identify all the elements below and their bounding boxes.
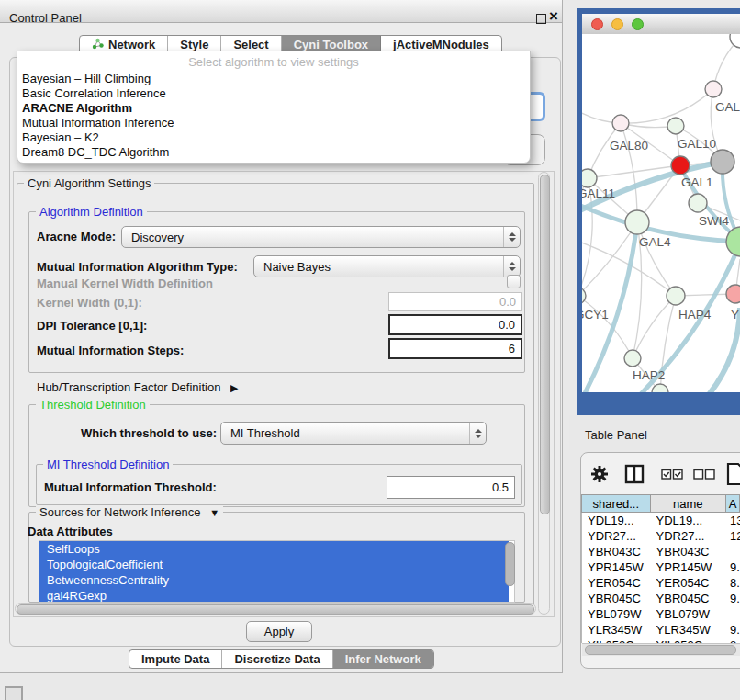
table-row[interactable]: YER054CYER054C8. — [582, 575, 740, 591]
minimized-panel-icon[interactable] — [5, 686, 23, 700]
table-row[interactable]: YLR345WYLR345W9. — [582, 622, 740, 638]
zoom-traffic-light-icon[interactable] — [632, 18, 644, 30]
node-gal10[interactable] — [667, 118, 684, 134]
table-cell[interactable]: 9. — [726, 592, 740, 605]
data-attribute-item[interactable]: TopologicalCoefficient — [39, 557, 509, 572]
algorithm-option[interactable]: Basic Correlation Inference — [17, 86, 530, 101]
node-gal11[interactable] — [582, 169, 597, 187]
table-row[interactable]: YPR145WYPR145W9. — [582, 559, 740, 575]
aracne-mode-value: Discovery — [131, 231, 184, 244]
mi-threshold-field[interactable]: 0.5 — [387, 476, 515, 499]
table-horizontal-scrollbar-thumb[interactable] — [585, 645, 736, 655]
data-attribute-item[interactable]: SelfLoops — [39, 541, 509, 557]
checked-pair-icon[interactable] — [661, 469, 683, 483]
node-corner[interactable] — [730, 34, 740, 48]
table-cell[interactable]: YBL079W — [582, 607, 651, 621]
float-window-icon[interactable] — [536, 14, 546, 24]
node-gal80[interactable] — [612, 115, 629, 131]
node-gcy1-label: GCY1 — [582, 308, 609, 322]
table-cell[interactable]: YPR145W — [651, 560, 727, 574]
collapse-down-icon[interactable]: ▼ — [209, 507, 219, 518]
tab-impute-data[interactable]: Impute Data — [129, 650, 222, 668]
node-gray[interactable] — [711, 150, 734, 174]
table-cell[interactable]: YER054C — [582, 576, 651, 590]
column-header-3[interactable]: A — [726, 495, 740, 512]
data-attribute-item[interactable]: gal4RGexp — [39, 588, 509, 603]
settings-horizontal-scrollbar-thumb[interactable] — [17, 604, 534, 615]
mi-steps-field[interactable]: 6 — [388, 338, 522, 359]
column-header-2[interactable]: name — [651, 495, 727, 512]
table-cell[interactable]: YBR045C — [651, 592, 727, 605]
tab-infer-network[interactable]: Infer Network — [333, 650, 433, 668]
network-window-titlebar[interactable] — [582, 14, 740, 35]
table-cell[interactable]: YDL19... — [651, 514, 727, 527]
algorithm-option[interactable]: ARACNE Algorithm — [17, 101, 530, 116]
data-attributes-label: Data Attributes — [28, 525, 113, 538]
close-traffic-light-icon[interactable] — [591, 18, 603, 30]
table-row[interactable]: YBL079WYBL079W — [582, 606, 740, 622]
node-salmon-label: Y — [731, 308, 739, 322]
manual-kernel-width-checkbox[interactable] — [507, 275, 521, 288]
node-gal-upper[interactable] — [705, 81, 722, 97]
table-cell[interactable]: YLR345W — [582, 623, 651, 637]
node-gal1[interactable] — [671, 156, 690, 175]
apply-button[interactable]: Apply — [246, 621, 312, 642]
dpi-tolerance-field[interactable]: 0.0 — [388, 314, 522, 335]
network-canvas[interactable]: GALGAL80GAL10GAL1GAL11SWI4GAL4GCY1HAP4YH… — [582, 34, 740, 392]
algorithm-option[interactable]: Bayesian – K2 — [17, 130, 530, 145]
table-cell[interactable]: YDR27... — [651, 529, 727, 543]
table-cell[interactable]: 9. — [726, 560, 740, 574]
table-cell[interactable]: YLR345W — [651, 623, 727, 637]
table-row[interactable]: YDR27...YDR27...12 — [582, 528, 740, 544]
table-cell[interactable]: YER054C — [651, 576, 727, 590]
node-salmon[interactable] — [726, 285, 740, 303]
data-attribute-item[interactable]: BetweennessCentrality — [39, 572, 509, 588]
table-cell[interactable]: YDL19... — [582, 514, 651, 527]
table-cell[interactable]: YPR145W — [582, 560, 651, 574]
node-swi4-label: SWI4 — [699, 214, 729, 228]
control-panel-titlebar[interactable] — [0, 0, 562, 23]
table-cell[interactable]: 8. — [726, 576, 740, 590]
tab-discretize-data[interactable]: Discretize Data — [222, 650, 332, 668]
tab-label: Infer Network — [345, 652, 421, 666]
aracne-mode-combo[interactable]: Discovery — [121, 226, 521, 248]
node-gal1-label: GAL1 — [681, 175, 713, 189]
spinner-arrows-icon — [503, 227, 520, 247]
document-icon[interactable] — [726, 462, 740, 486]
table-cell[interactable]: 9. — [726, 623, 740, 637]
sources-title[interactable]: Sources for Network Inference ▼ — [36, 505, 223, 519]
mi-algorithm-type-combo[interactable]: Naive Bayes — [253, 255, 521, 277]
attributes-list-scrollbar[interactable] — [505, 542, 515, 586]
table-row[interactable]: YBR045CYBR045C9. — [582, 591, 740, 606]
table-cell[interactable]: YDR27... — [582, 529, 651, 543]
table-cell[interactable]: 13 — [726, 514, 740, 527]
mi-threshold-label: Mutual Information Threshold: — [44, 480, 217, 494]
network-edge — [582, 222, 637, 296]
algorithm-option[interactable]: Mutual Information Inference — [17, 116, 530, 130]
node-swi4[interactable] — [689, 194, 707, 212]
table-cell[interactable]: 12 — [726, 529, 740, 543]
table-cell[interactable]: YBR045C — [582, 592, 651, 605]
node-hap4[interactable] — [667, 287, 685, 305]
settings-vertical-scrollbar-thumb[interactable] — [540, 175, 550, 514]
table-cell[interactable]: YBL079W — [651, 607, 727, 621]
expand-right-icon[interactable]: ▶ — [230, 382, 238, 393]
node-hap2[interactable] — [624, 350, 641, 367]
gear-icon[interactable] — [590, 464, 609, 487]
table-cell[interactable]: YBR043C — [582, 545, 651, 559]
node-gal4[interactable] — [625, 210, 649, 234]
aracne-mode-label: Aracne Mode: — [37, 230, 116, 243]
table-cell[interactable]: YBR043C — [651, 545, 727, 559]
unchecked-pair-icon[interactable] — [693, 469, 715, 483]
table-row[interactable]: YDL19...YDL19...13 — [582, 513, 740, 528]
which-threshold-combo[interactable]: MI Threshold — [220, 422, 487, 445]
hub-section-label[interactable]: Hub/Transcription Factor Definition ▶ — [37, 380, 238, 394]
algorithm-option[interactable]: Bayesian – Hill Climbing — [17, 72, 530, 86]
algorithm-option[interactable]: Dream8 DC_TDC Algorithm — [17, 145, 530, 160]
dpi-tolerance-label: DPI Tolerance [0,1]: — [37, 319, 147, 333]
close-icon[interactable]: × — [549, 8, 558, 24]
minimize-traffic-light-icon[interactable] — [611, 18, 623, 30]
table-row[interactable]: YBR043CYBR043C — [582, 544, 740, 559]
column-header-1[interactable]: shared... — [582, 495, 651, 512]
columns-icon[interactable] — [624, 464, 645, 487]
